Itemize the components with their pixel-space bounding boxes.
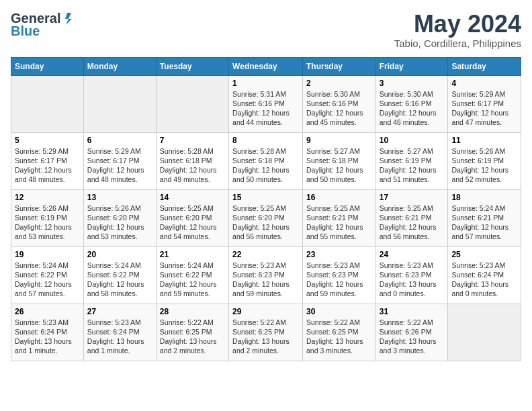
day-number: 14 — [160, 193, 225, 202]
calendar-cell: 5Sunrise: 5:29 AM Sunset: 6:17 PM Daylig… — [11, 132, 84, 189]
day-number: 31 — [380, 307, 445, 316]
logo-arrow-icon — [62, 11, 77, 26]
calendar-cell: 22Sunrise: 5:23 AM Sunset: 6:23 PM Dayli… — [229, 246, 303, 304]
calendar-cell: 14Sunrise: 5:25 AM Sunset: 6:20 PM Dayli… — [156, 189, 228, 246]
calendar-cell: 26Sunrise: 5:23 AM Sunset: 6:24 PM Dayli… — [11, 304, 84, 361]
day-info: Sunrise: 5:30 AM Sunset: 6:16 PM Dayligh… — [306, 89, 372, 128]
day-number: 29 — [232, 307, 299, 316]
svg-marker-0 — [65, 13, 72, 25]
day-info: Sunrise: 5:26 AM Sunset: 6:19 PM Dayligh… — [15, 203, 80, 242]
day-number: 17 — [380, 193, 445, 202]
day-info: Sunrise: 5:23 AM Sunset: 6:24 PM Dayligh… — [87, 318, 152, 356]
day-info: Sunrise: 5:23 AM Sunset: 6:24 PM Dayligh… — [451, 261, 517, 299]
calendar-cell: 17Sunrise: 5:25 AM Sunset: 6:21 PM Dayli… — [375, 189, 448, 246]
day-number: 3 — [380, 79, 445, 88]
day-info: Sunrise: 5:27 AM Sunset: 6:18 PM Dayligh… — [306, 146, 372, 185]
location: Tabio, Cordillera, Philippines — [394, 38, 521, 49]
calendar-cell: 24Sunrise: 5:23 AM Sunset: 6:23 PM Dayli… — [375, 246, 448, 304]
day-info: Sunrise: 5:29 AM Sunset: 6:17 PM Dayligh… — [87, 146, 152, 185]
week-row-1: 1Sunrise: 5:31 AM Sunset: 6:16 PM Daylig… — [11, 75, 521, 132]
calendar-cell: 11Sunrise: 5:26 AM Sunset: 6:19 PM Dayli… — [448, 132, 521, 189]
day-number: 27 — [87, 307, 152, 316]
day-info: Sunrise: 5:30 AM Sunset: 6:16 PM Dayligh… — [380, 89, 445, 128]
day-info: Sunrise: 5:26 AM Sunset: 6:20 PM Dayligh… — [87, 203, 152, 242]
day-number: 24 — [380, 250, 445, 259]
day-number: 5 — [15, 136, 80, 145]
calendar-cell — [83, 75, 156, 132]
calendar-cell: 3Sunrise: 5:30 AM Sunset: 6:16 PM Daylig… — [375, 75, 448, 132]
day-info: Sunrise: 5:31 AM Sunset: 6:16 PM Dayligh… — [232, 89, 299, 128]
week-row-4: 19Sunrise: 5:24 AM Sunset: 6:22 PM Dayli… — [11, 246, 521, 304]
day-info: Sunrise: 5:25 AM Sunset: 6:21 PM Dayligh… — [380, 203, 445, 242]
day-number: 30 — [306, 307, 372, 316]
day-info: Sunrise: 5:24 AM Sunset: 6:22 PM Dayligh… — [15, 261, 80, 299]
day-info: Sunrise: 5:22 AM Sunset: 6:25 PM Dayligh… — [306, 318, 372, 356]
calendar-cell: 12Sunrise: 5:26 AM Sunset: 6:19 PM Dayli… — [11, 189, 84, 246]
day-header-saturday: Saturday — [448, 57, 521, 75]
day-info: Sunrise: 5:25 AM Sunset: 6:20 PM Dayligh… — [160, 203, 225, 242]
day-header-wednesday: Wednesday — [229, 57, 303, 75]
calendar-cell: 2Sunrise: 5:30 AM Sunset: 6:16 PM Daylig… — [302, 75, 375, 132]
day-number: 21 — [160, 250, 225, 259]
day-info: Sunrise: 5:25 AM Sunset: 6:21 PM Dayligh… — [306, 203, 372, 242]
day-header-friday: Friday — [375, 57, 448, 75]
calendar-cell: 30Sunrise: 5:22 AM Sunset: 6:25 PM Dayli… — [302, 304, 375, 361]
day-info: Sunrise: 5:24 AM Sunset: 6:21 PM Dayligh… — [451, 203, 517, 242]
calendar-cell: 18Sunrise: 5:24 AM Sunset: 6:21 PM Dayli… — [448, 189, 521, 246]
month-title: May 2024 — [394, 11, 521, 38]
day-number: 4 — [451, 79, 517, 88]
day-info: Sunrise: 5:26 AM Sunset: 6:19 PM Dayligh… — [451, 146, 517, 185]
day-info: Sunrise: 5:23 AM Sunset: 6:23 PM Dayligh… — [306, 261, 372, 299]
calendar-cell: 7Sunrise: 5:28 AM Sunset: 6:18 PM Daylig… — [156, 132, 228, 189]
day-number: 23 — [306, 250, 372, 259]
calendar-cell: 19Sunrise: 5:24 AM Sunset: 6:22 PM Dayli… — [11, 246, 84, 304]
day-number: 2 — [306, 79, 372, 88]
title-block: May 2024 Tabio, Cordillera, Philippines — [394, 11, 521, 49]
day-info: Sunrise: 5:22 AM Sunset: 6:25 PM Dayligh… — [160, 318, 225, 356]
day-info: Sunrise: 5:25 AM Sunset: 6:20 PM Dayligh… — [232, 203, 299, 242]
day-info: Sunrise: 5:23 AM Sunset: 6:23 PM Dayligh… — [380, 261, 445, 299]
day-number: 6 — [87, 136, 152, 145]
day-header-monday: Monday — [83, 57, 156, 75]
header-row: SundayMondayTuesdayWednesdayThursdayFrid… — [11, 57, 521, 75]
week-row-3: 12Sunrise: 5:26 AM Sunset: 6:19 PM Dayli… — [11, 189, 521, 246]
day-info: Sunrise: 5:22 AM Sunset: 6:26 PM Dayligh… — [380, 318, 445, 356]
day-info: Sunrise: 5:29 AM Sunset: 6:17 PM Dayligh… — [15, 146, 80, 185]
day-number: 26 — [15, 307, 80, 316]
day-info: Sunrise: 5:23 AM Sunset: 6:23 PM Dayligh… — [232, 261, 299, 299]
logo-blue: Blue — [11, 24, 40, 39]
calendar-cell: 15Sunrise: 5:25 AM Sunset: 6:20 PM Dayli… — [229, 189, 303, 246]
calendar-cell: 25Sunrise: 5:23 AM Sunset: 6:24 PM Dayli… — [448, 246, 521, 304]
day-number: 15 — [232, 193, 299, 202]
day-number: 12 — [15, 193, 80, 202]
day-number: 9 — [306, 136, 372, 145]
day-number: 8 — [232, 136, 299, 145]
calendar-cell: 13Sunrise: 5:26 AM Sunset: 6:20 PM Dayli… — [83, 189, 156, 246]
calendar-cell: 20Sunrise: 5:24 AM Sunset: 6:22 PM Dayli… — [83, 246, 156, 304]
day-number: 16 — [306, 193, 372, 202]
day-info: Sunrise: 5:28 AM Sunset: 6:18 PM Dayligh… — [160, 146, 225, 185]
week-row-2: 5Sunrise: 5:29 AM Sunset: 6:17 PM Daylig… — [11, 132, 521, 189]
day-number: 18 — [451, 193, 517, 202]
day-header-thursday: Thursday — [302, 57, 375, 75]
day-info: Sunrise: 5:27 AM Sunset: 6:19 PM Dayligh… — [380, 146, 445, 185]
calendar-cell: 1Sunrise: 5:31 AM Sunset: 6:16 PM Daylig… — [229, 75, 303, 132]
calendar-cell — [11, 75, 84, 132]
day-header-tuesday: Tuesday — [156, 57, 228, 75]
day-number: 10 — [380, 136, 445, 145]
day-number: 25 — [451, 250, 517, 259]
logo: General Blue — [11, 11, 77, 39]
calendar-cell: 31Sunrise: 5:22 AM Sunset: 6:26 PM Dayli… — [375, 304, 448, 361]
day-number: 22 — [232, 250, 299, 259]
calendar-cell: 28Sunrise: 5:22 AM Sunset: 6:25 PM Dayli… — [156, 304, 228, 361]
day-info: Sunrise: 5:24 AM Sunset: 6:22 PM Dayligh… — [160, 261, 225, 299]
calendar-cell: 6Sunrise: 5:29 AM Sunset: 6:17 PM Daylig… — [83, 132, 156, 189]
day-number: 20 — [87, 250, 152, 259]
calendar-cell: 16Sunrise: 5:25 AM Sunset: 6:21 PM Dayli… — [302, 189, 375, 246]
day-info: Sunrise: 5:23 AM Sunset: 6:24 PM Dayligh… — [15, 318, 80, 356]
page-header: General Blue May 2024 Tabio, Cordillera,… — [11, 11, 521, 49]
day-info: Sunrise: 5:24 AM Sunset: 6:22 PM Dayligh… — [87, 261, 152, 299]
day-number: 13 — [87, 193, 152, 202]
calendar-cell: 29Sunrise: 5:22 AM Sunset: 6:25 PM Dayli… — [229, 304, 303, 361]
day-info: Sunrise: 5:28 AM Sunset: 6:18 PM Dayligh… — [232, 146, 299, 185]
